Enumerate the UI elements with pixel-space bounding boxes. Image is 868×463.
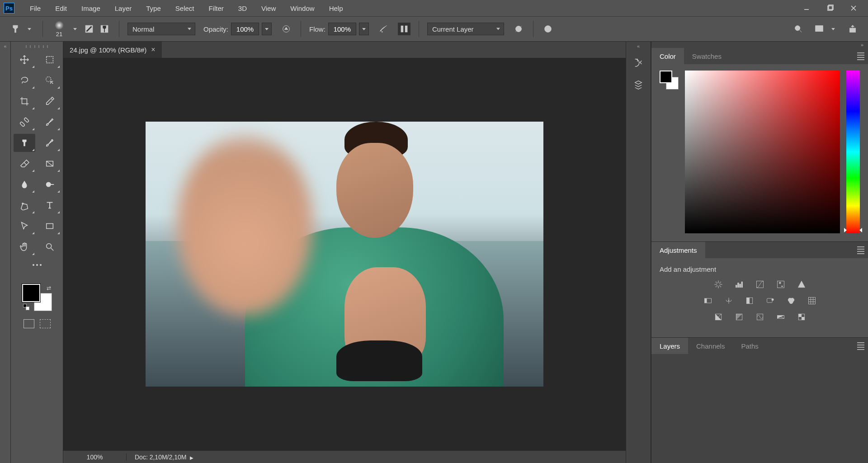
color-field[interactable] xyxy=(685,71,840,233)
vibrance-icon[interactable] xyxy=(796,279,807,289)
brush-preset-dropdown[interactable] xyxy=(70,23,80,35)
posterize-icon[interactable] xyxy=(733,312,745,322)
menu-layer[interactable]: Layer xyxy=(108,2,138,15)
window-maximize-button[interactable] xyxy=(819,1,841,15)
menu-filter[interactable]: Filter xyxy=(203,2,230,15)
tab-adjustments[interactable]: Adjustments xyxy=(651,242,705,258)
tab-channels[interactable]: Channels xyxy=(688,338,733,354)
history-panel-icon[interactable] xyxy=(629,53,647,71)
tab-swatches[interactable]: Swatches xyxy=(684,48,730,64)
healing-tool[interactable] xyxy=(14,113,35,131)
layers-panel-menu-icon[interactable] xyxy=(855,342,864,350)
path-select-tool[interactable] xyxy=(14,217,35,235)
blend-mode-dropdown[interactable]: Normal xyxy=(127,23,195,35)
tool-preset-dropdown[interactable] xyxy=(24,23,34,35)
hand-tool[interactable] xyxy=(14,238,35,256)
toolbox-grip[interactable] xyxy=(26,45,48,48)
workspace-switcher-icon[interactable] xyxy=(813,23,826,35)
adjustments-panel-menu-icon[interactable] xyxy=(855,246,864,254)
marquee-tool[interactable] xyxy=(39,51,61,69)
type-tool[interactable] xyxy=(39,196,61,214)
menu-type[interactable]: Type xyxy=(140,2,167,15)
status-doc-info[interactable]: Doc: 2,10M/2,10M▶ xyxy=(127,454,202,461)
opacity-input[interactable]: 100% xyxy=(231,23,259,35)
brush-settings-icon[interactable] xyxy=(83,23,95,35)
tab-layers[interactable]: Layers xyxy=(651,338,688,354)
flow-input[interactable]: 100% xyxy=(328,23,356,35)
brightness-contrast-icon[interactable] xyxy=(712,279,724,289)
curves-icon[interactable] xyxy=(754,279,766,289)
threshold-icon[interactable] xyxy=(754,312,766,322)
canvas-viewport[interactable] xyxy=(63,58,626,450)
status-zoom[interactable]: 100% xyxy=(63,454,127,461)
color-panel-menu-icon[interactable] xyxy=(855,52,864,60)
panel-collapse-icon[interactable]: » xyxy=(861,42,863,47)
default-colors-icon[interactable] xyxy=(23,304,29,310)
ignore-adjustment-icon[interactable] xyxy=(512,23,525,35)
clone-source-icon[interactable] xyxy=(98,23,111,35)
dodge-tool[interactable] xyxy=(39,175,61,194)
color-lookup-icon[interactable] xyxy=(806,296,818,306)
rectangle-tool[interactable] xyxy=(39,217,61,235)
levels-icon[interactable] xyxy=(733,279,745,289)
document-tab[interactable]: 24.jpg @ 100% (RGB/8#) × xyxy=(63,42,162,58)
tab-color[interactable]: Color xyxy=(651,48,684,64)
opacity-dropdown[interactable] xyxy=(262,23,272,35)
selective-color-icon[interactable] xyxy=(796,312,807,322)
window-close-button[interactable] xyxy=(843,1,864,15)
color-cursor[interactable] xyxy=(687,226,692,232)
gradient-tool[interactable] xyxy=(39,155,61,173)
history-brush-tool[interactable] xyxy=(39,134,61,152)
menu-select[interactable]: Select xyxy=(169,2,201,15)
pressure-opacity-icon[interactable] xyxy=(280,23,292,35)
close-tab-icon[interactable]: × xyxy=(151,46,155,54)
edit-toolbar-button[interactable] xyxy=(26,259,48,271)
menu-image[interactable]: Image xyxy=(75,2,107,15)
menu-help[interactable]: Help xyxy=(323,2,349,15)
window-minimize-button[interactable] xyxy=(796,1,817,15)
menu-file[interactable]: File xyxy=(24,2,47,15)
eyedropper-tool[interactable] xyxy=(39,92,61,110)
toolbox-collapse-strip[interactable]: « xyxy=(0,42,11,463)
menu-edit[interactable]: Edit xyxy=(49,2,73,15)
black-white-icon[interactable] xyxy=(744,296,755,306)
brush-tool[interactable] xyxy=(39,113,61,131)
brush-preview[interactable]: 21 xyxy=(51,21,67,38)
quick-mask-toggle[interactable] xyxy=(24,319,51,328)
hue-slider[interactable] xyxy=(846,71,860,233)
lasso-tool[interactable] xyxy=(14,71,35,90)
color-panel-fgbg[interactable] xyxy=(660,71,679,90)
tab-paths[interactable]: Paths xyxy=(733,338,766,354)
exposure-icon[interactable] xyxy=(775,279,787,289)
move-tool[interactable] xyxy=(14,51,35,69)
clone-stamp-tool[interactable] xyxy=(14,134,35,152)
blur-tool[interactable] xyxy=(14,175,35,194)
invert-icon[interactable] xyxy=(712,312,724,322)
pen-tool[interactable] xyxy=(14,196,35,214)
color-balance-icon[interactable] xyxy=(723,296,735,306)
pressure-size-icon[interactable] xyxy=(542,23,554,35)
sample-dropdown[interactable]: Current Layer xyxy=(427,23,504,35)
gradient-map-icon[interactable] xyxy=(775,312,787,322)
eraser-tool[interactable] xyxy=(14,155,35,173)
foreground-background-colors[interactable]: ⇄ xyxy=(22,284,52,311)
dock-expand-icon[interactable]: « xyxy=(637,43,640,49)
swap-colors-icon[interactable]: ⇄ xyxy=(47,285,51,291)
airbrush-icon[interactable] xyxy=(377,23,390,35)
crop-tool[interactable] xyxy=(14,92,35,110)
channel-mixer-icon[interactable] xyxy=(785,296,797,306)
search-icon[interactable] xyxy=(792,23,805,35)
photo-filter-icon[interactable] xyxy=(764,296,776,306)
aligned-toggle[interactable] xyxy=(398,23,410,35)
tool-preset-picker[interactable] xyxy=(9,23,22,35)
libraries-panel-icon[interactable] xyxy=(629,76,647,94)
workspace-dropdown[interactable] xyxy=(828,23,838,35)
quick-select-tool[interactable] xyxy=(39,71,61,90)
menu-view[interactable]: View xyxy=(255,2,282,15)
share-icon[interactable] xyxy=(846,23,859,35)
flow-dropdown[interactable] xyxy=(359,23,369,35)
zoom-tool[interactable] xyxy=(39,238,61,256)
foreground-color-swatch[interactable] xyxy=(22,284,40,302)
menu-window[interactable]: Window xyxy=(284,2,321,15)
hue-sat-icon[interactable] xyxy=(702,296,714,306)
